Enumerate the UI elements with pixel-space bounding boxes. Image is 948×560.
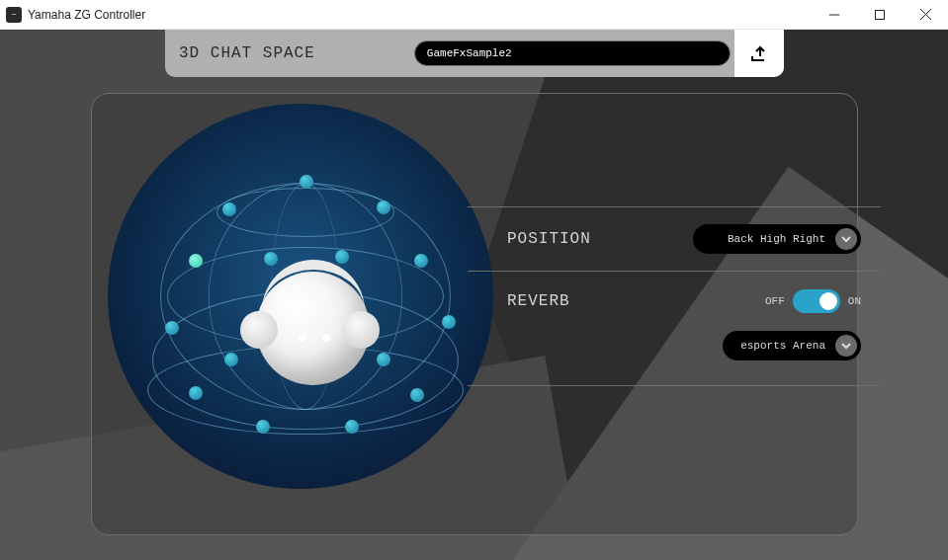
spatial-node[interactable] (377, 200, 390, 214)
window-titlebar: ~ Yamaha ZG Controller (0, 0, 948, 30)
listener-avatar (256, 272, 370, 385)
preset-value: GameFxSample2 (427, 47, 512, 59)
reverb-on-label: ON (848, 295, 861, 307)
spatial-node[interactable] (377, 353, 390, 366)
preset-select[interactable]: GameFxSample2 (414, 40, 731, 66)
spatial-node[interactable] (345, 420, 359, 434)
avatar-eye (321, 333, 331, 343)
chevron-down-icon (835, 335, 857, 357)
main-panel: POSITION Back High Right REVERB OFF (91, 93, 858, 535)
spatial-node[interactable] (414, 254, 428, 268)
position-select[interactable]: Back High Right (693, 224, 861, 254)
reverb-toggle-group: OFF ON (765, 289, 861, 313)
window-controls (812, 0, 948, 30)
chevron-down-icon (835, 228, 857, 250)
headphone-earcup-icon (240, 311, 278, 349)
reverb-toggle[interactable] (793, 289, 840, 313)
position-value: Back High Right (728, 233, 825, 245)
spatial-node[interactable] (165, 321, 179, 335)
avatar-eye (298, 333, 307, 343)
reverb-preset-value: esports Arena (740, 340, 825, 352)
close-button[interactable] (903, 0, 948, 30)
save-preset-button[interactable] (734, 30, 784, 77)
toggle-knob (819, 292, 837, 310)
maximize-button[interactable] (857, 0, 903, 30)
spatial-node[interactable] (335, 250, 349, 264)
spatial-node[interactable] (410, 388, 424, 402)
position-label: POSITION (507, 230, 591, 248)
spatial-visualizer[interactable] (98, 94, 503, 509)
wireframe (216, 188, 394, 237)
header-strip: 3D CHAT SPACE GameFxSample2 (165, 30, 784, 77)
app-body: 3D CHAT SPACE GameFxSample2 (0, 30, 948, 560)
reverb-label: REVERB (507, 292, 570, 310)
page-title: 3D CHAT SPACE (179, 44, 315, 62)
reverb-panel: REVERB OFF ON esports Arena (468, 272, 881, 386)
position-panel: POSITION Back High Right (468, 206, 881, 272)
reverb-off-label: OFF (765, 295, 785, 307)
spatial-node[interactable] (222, 202, 236, 216)
window-title: Yamaha ZG Controller (28, 8, 145, 22)
minimize-button[interactable] (812, 0, 857, 30)
spatial-node[interactable] (256, 420, 270, 434)
spatial-node[interactable] (189, 386, 203, 400)
reverb-preset-select[interactable]: esports Arena (723, 331, 861, 360)
app-icon: ~ (6, 7, 22, 23)
spatial-node[interactable] (442, 315, 456, 329)
headphone-earcup-icon (342, 311, 380, 349)
spatial-node[interactable] (189, 254, 203, 268)
spatial-node[interactable] (264, 252, 278, 266)
controls-column: POSITION Back High Right REVERB OFF (468, 206, 881, 386)
spatial-node[interactable] (300, 175, 313, 189)
spatial-node[interactable] (224, 353, 238, 366)
svg-rect-1 (876, 10, 885, 19)
